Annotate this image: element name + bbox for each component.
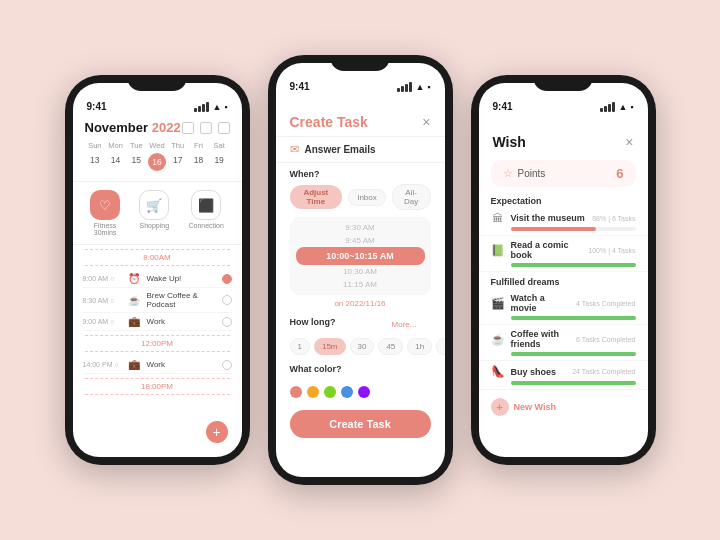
time-buttons: Adjust Time Inbox All-Day bbox=[290, 184, 431, 210]
screen-center: 9:41 ▲ ▪ Create Task × bbox=[276, 63, 445, 477]
time-option-1[interactable]: 9:30 AM bbox=[290, 221, 431, 234]
cal-date[interactable]: 14 bbox=[105, 153, 126, 171]
tl-time-2: 8:30 AM ○ bbox=[83, 297, 121, 304]
shoes-meta: 24 Tasks Completed bbox=[572, 368, 635, 375]
movie-progress-fill bbox=[511, 316, 636, 320]
fab-add-button[interactable]: + bbox=[206, 421, 228, 443]
task-label: Task bbox=[337, 114, 368, 130]
bar4 bbox=[206, 102, 209, 112]
tl-item-2[interactable]: 8:30 AM ○ ☕ Brew Coffee & Podcast bbox=[83, 288, 232, 313]
cal-date[interactable]: 15 bbox=[126, 153, 147, 171]
more-link[interactable]: More... bbox=[392, 320, 431, 329]
close-button[interactable]: × bbox=[422, 114, 430, 130]
color-dot-blue[interactable] bbox=[341, 386, 353, 398]
cal-icons bbox=[182, 122, 230, 134]
tl-icon-4: 💼 bbox=[127, 359, 141, 370]
signal-icon-c bbox=[397, 82, 412, 92]
new-wish-button[interactable]: + New Wish bbox=[479, 390, 648, 424]
inbox-button[interactable]: Inbox bbox=[348, 189, 386, 206]
color-dots bbox=[276, 382, 445, 404]
bar3 bbox=[202, 104, 205, 112]
color-dot-purple[interactable] bbox=[358, 386, 370, 398]
battery-icon-c: ▪ bbox=[427, 82, 430, 92]
cal-date[interactable]: 13 bbox=[85, 153, 106, 171]
color-dot-green[interactable] bbox=[324, 386, 336, 398]
wish-close-button[interactable]: × bbox=[625, 134, 633, 150]
shoes-name: Buy shoes bbox=[511, 367, 567, 377]
wish-item-movie[interactable]: 🎬 Watch a movie 4 Tasks Completed bbox=[479, 289, 648, 325]
battery-icon-r: ▪ bbox=[630, 102, 633, 112]
coffee-icon: ☕ bbox=[491, 333, 505, 346]
how-long-section: How long? More... bbox=[276, 311, 445, 335]
wish-item-comic[interactable]: 📗 Read a comic book 100% | 4 Tasks bbox=[479, 236, 648, 272]
time-option-2[interactable]: 9:45 AM bbox=[290, 234, 431, 247]
how-long-label: How long? bbox=[290, 317, 336, 327]
points-value: 6 bbox=[616, 166, 623, 181]
dur-45[interactable]: 45 bbox=[378, 338, 403, 355]
phone-center: 9:41 ▲ ▪ Create Task × bbox=[268, 55, 453, 485]
wish-item-museum[interactable]: 🏛 Visit the museum 68% | 6 Tasks bbox=[479, 208, 648, 236]
dur-1h[interactable]: 1h bbox=[407, 338, 432, 355]
cal-list-icon[interactable] bbox=[200, 122, 212, 134]
duration-buttons: 1 15m 30 45 1h 1.5h bbox=[276, 335, 445, 358]
wish-title: Wish bbox=[493, 134, 526, 150]
wifi-icon-r: ▲ bbox=[618, 102, 627, 112]
tl-title-2: Brew Coffee & Podcast bbox=[147, 291, 216, 309]
expectation-title: Expectation bbox=[479, 191, 648, 208]
email-icon: ✉ bbox=[290, 143, 299, 156]
shoes-row: 👠 Buy shoes 24 Tasks Completed bbox=[491, 365, 636, 378]
color-dot-orange[interactable] bbox=[307, 386, 319, 398]
adjust-time-button[interactable]: Adjust Time bbox=[290, 185, 343, 209]
tl-title-1: Wake Up! bbox=[147, 274, 216, 283]
shopping-label: Shopping bbox=[139, 222, 169, 229]
coffee-name: Coffee with friends bbox=[511, 329, 571, 349]
tl-check-3 bbox=[222, 317, 232, 327]
create-task-button[interactable]: Create Task bbox=[290, 410, 431, 438]
signal-icon bbox=[194, 102, 209, 112]
museum-progress-fill bbox=[511, 227, 596, 231]
color-dot-red[interactable] bbox=[290, 386, 302, 398]
task-name-row[interactable]: ✉ Answer Emails bbox=[276, 136, 445, 163]
wish-item-shoes[interactable]: 👠 Buy shoes 24 Tasks Completed bbox=[479, 361, 648, 390]
time-right: 9:41 bbox=[493, 101, 513, 112]
cal-date[interactable]: 17 bbox=[167, 153, 188, 171]
star-icon: ☆ bbox=[503, 167, 513, 180]
movie-row: 🎬 Watch a movie 4 Tasks Completed bbox=[491, 293, 636, 313]
tl-item-3[interactable]: 9:00 AM ○ 💼 Work bbox=[83, 313, 232, 331]
cal-grid-icon[interactable] bbox=[182, 122, 194, 134]
bar1 bbox=[194, 108, 197, 112]
tl-item-4[interactable]: 14:00 PM ○ 💼 Work bbox=[83, 356, 232, 374]
time-scroll: 9:30 AM 9:45 AM 10:00~10:15 AM 10:30 AM … bbox=[290, 217, 431, 295]
fitness-icon: ♡ bbox=[90, 190, 120, 220]
cal-days-header: Sun Mon Tue Wed Thu Fri Sat bbox=[85, 141, 230, 150]
tl-item-1[interactable]: 8:00 AM ○ ⏰ Wake Up! bbox=[83, 270, 232, 288]
points-label: Points bbox=[518, 168, 546, 179]
time-option-4[interactable]: 11:15 AM bbox=[290, 278, 431, 291]
cal-settings-icon[interactable] bbox=[218, 122, 230, 134]
timeline2: 14:00 PM ○ 💼 Work bbox=[73, 352, 242, 378]
allday-button[interactable]: All-Day bbox=[392, 184, 431, 210]
comic-progress-fill bbox=[511, 263, 636, 267]
qa-connection[interactable]: ⬛ Connection bbox=[188, 190, 223, 236]
create-task-title: Create Task bbox=[290, 114, 368, 130]
coffee-row: ☕ Coffee with friends 6 Tasks Completed bbox=[491, 329, 636, 349]
time-option-3[interactable]: 10:30 AM bbox=[290, 265, 431, 278]
cal-date[interactable]: 19 bbox=[209, 153, 230, 171]
date-label: on 2022/11/16 bbox=[290, 299, 431, 308]
cal-month-title: November 2022 bbox=[85, 120, 181, 135]
dur-1[interactable]: 1 bbox=[290, 338, 310, 355]
fulfilled-title: Fulfilled dreams bbox=[479, 272, 648, 289]
cal-date-today[interactable]: 16 bbox=[148, 153, 166, 171]
phone-left: 9:41 ▲ ▪ November 2022 bbox=[65, 75, 250, 465]
time-center: 9:41 bbox=[290, 81, 310, 92]
time-option-selected[interactable]: 10:00~10:15 AM bbox=[296, 247, 425, 265]
dur-1-5h[interactable]: 1.5h bbox=[436, 338, 444, 355]
qa-fitness[interactable]: ♡ Fitness30mins bbox=[90, 190, 120, 236]
bar2 bbox=[198, 106, 201, 112]
dur-15m[interactable]: 15m bbox=[314, 338, 346, 355]
dur-30[interactable]: 30 bbox=[350, 338, 375, 355]
qa-shopping[interactable]: 🛒 Shopping bbox=[139, 190, 169, 236]
wish-item-coffee[interactable]: ☕ Coffee with friends 6 Tasks Completed bbox=[479, 325, 648, 361]
points-label-row: ☆ Points bbox=[503, 167, 546, 180]
cal-date[interactable]: 18 bbox=[188, 153, 209, 171]
